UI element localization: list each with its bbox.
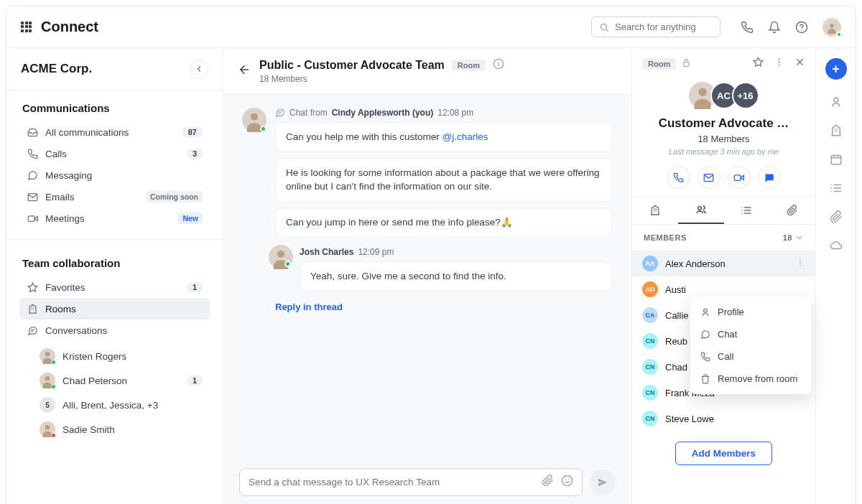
message-bubble: Yeah, sure. Give me a second to find the… [300,261,613,291]
details-top: Room [632,48,815,79]
rail-calendar-icon[interactable] [830,153,843,166]
tab-tasks[interactable] [724,197,770,224]
avatar [40,421,55,437]
menu-item-call[interactable]: Call [690,345,811,368]
app-window: Connect ACME Corp. Communications All [6,6,856,504]
apps-grid-icon[interactable] [21,22,32,33]
collapse-sidebar-button[interactable] [190,60,208,78]
phone-icon [27,148,38,159]
members-header: MEMBERS 18 [632,225,815,251]
group-avatar: 5 [40,397,55,413]
more-icon[interactable] [774,57,784,70]
member-row[interactable]: CNSteve Lowe [632,406,815,431]
member-more-icon[interactable] [795,258,805,270]
lock-icon [682,57,691,70]
chat-action[interactable] [758,166,781,189]
menu-item-chat[interactable]: Chat [690,323,811,345]
rail-tasks-icon[interactable] [830,182,843,195]
topbar: Connect [6,6,856,48]
details-title: Customer Advocate … [632,116,815,131]
composer-input-wrap[interactable] [239,468,583,496]
message-meta: Josh Charles 12:09 pm [300,247,613,257]
user-avatar[interactable] [822,18,841,37]
search-input[interactable] [615,22,713,32]
attach-icon[interactable] [542,475,554,490]
workspace-name: ACME Corp. [21,62,92,76]
sidebar-item-messaging[interactable]: Messaging [19,164,210,186]
conversation-icon [27,325,38,336]
count-badge: 87 [182,127,203,137]
sidebar-item-conversations[interactable]: Conversations [19,319,210,341]
close-icon[interactable] [794,57,805,70]
chat-messages: Chat from Cindy Applesworth (you) 12:08 … [223,95,631,458]
right-rail: + [815,48,856,504]
member-avatar-stack: AC +16 [632,82,815,109]
new-button[interactable]: + [825,58,847,80]
message-bubble: Can you help me with this customer @j.ch… [275,122,613,152]
details-tabs [632,196,815,225]
add-members: Add Members [675,442,772,465]
message-avatar [242,108,267,132]
sidebar-item-favorites[interactable]: Favorites 1 [19,276,210,298]
thread-icon [275,108,285,118]
chat-icon [27,169,38,181]
sidebar-section-communications: Communications All communications 87 Cal… [6,90,223,233]
video-action[interactable] [728,166,751,189]
info-icon[interactable] [493,58,504,73]
sidebar-item-rooms[interactable]: Rooms [19,298,210,319]
message-meta: Chat from Cindy Applesworth (you) 12:08 … [275,108,613,118]
sidebar-item-all-communications[interactable]: All communications 87 [19,121,210,143]
count-badge: 1 [187,375,203,386]
add-members-button[interactable]: Add Members [675,442,772,465]
composer-input[interactable] [249,477,534,487]
star-icon[interactable] [753,57,764,70]
last-message: Last message 3 min ago by me [632,147,815,156]
conversation-item[interactable]: Kristen Rogers [32,344,210,368]
email-action[interactable] [698,166,720,189]
mail-icon [27,191,38,202]
section-title: Communications [19,102,210,114]
reply-in-thread-link[interactable]: Reply in thread [275,302,613,312]
chat-icon [700,330,710,340]
menu-item-remove[interactable]: Remove from room [690,368,811,390]
member-row[interactable]: AAAlex Anderson [632,251,815,276]
member-context-menu: Profile Chat Call Remove from room [690,297,811,394]
rail-org-icon[interactable] [830,124,843,137]
conversation-item[interactable]: 5 Alli, Brent, Jessica, +3 [32,393,210,417]
star-icon [27,281,38,293]
back-button[interactable] [238,63,251,79]
rail-files-icon[interactable] [830,210,843,223]
message-composer [239,468,616,496]
coming-soon-pill: Coming soon [146,191,203,202]
chat-panel: Public - Customer Advocate Team Room 18 … [223,48,631,504]
sidebar-item-meetings[interactable]: Meetings New [19,207,210,229]
conversation-item[interactable]: Sadie Smith [32,417,210,442]
bell-icon[interactable] [768,21,781,34]
emoji-icon[interactable] [561,475,573,490]
sidebar-section-team: Team collaboration Favorites 1 Rooms Con… [6,246,223,446]
call-action[interactable] [667,166,690,189]
mention[interactable]: @j.charles [442,131,488,142]
help-icon[interactable] [795,21,808,34]
rail-contacts-icon[interactable] [830,95,843,108]
rail-cloud-icon[interactable] [830,239,843,252]
tab-members[interactable] [678,197,724,224]
chat-header: Public - Customer Advocate Team Room 18 … [223,48,631,95]
sidebar-item-emails[interactable]: Emails Coming soon [19,186,210,207]
conversation-item[interactable]: Chad Peterson 1 [32,368,210,393]
phone-icon[interactable] [741,21,754,34]
avatar [40,373,55,388]
sidebar-item-calls[interactable]: Calls 3 [19,143,210,164]
tab-org[interactable] [632,197,678,224]
global-search[interactable] [591,17,720,37]
chat-subtitle: 18 Members [259,74,504,84]
tab-files[interactable] [769,197,815,224]
menu-item-profile[interactable]: Profile [690,301,811,323]
room-tag: Room [642,58,676,70]
section-title: Team collaboration [19,257,210,269]
chevron-down-icon[interactable] [795,233,804,242]
send-button[interactable] [590,470,616,495]
chat-title: Public - Customer Advocate Team [259,59,445,72]
message-bubble: He is looking for some information about… [275,158,613,202]
search-icon [599,22,609,32]
